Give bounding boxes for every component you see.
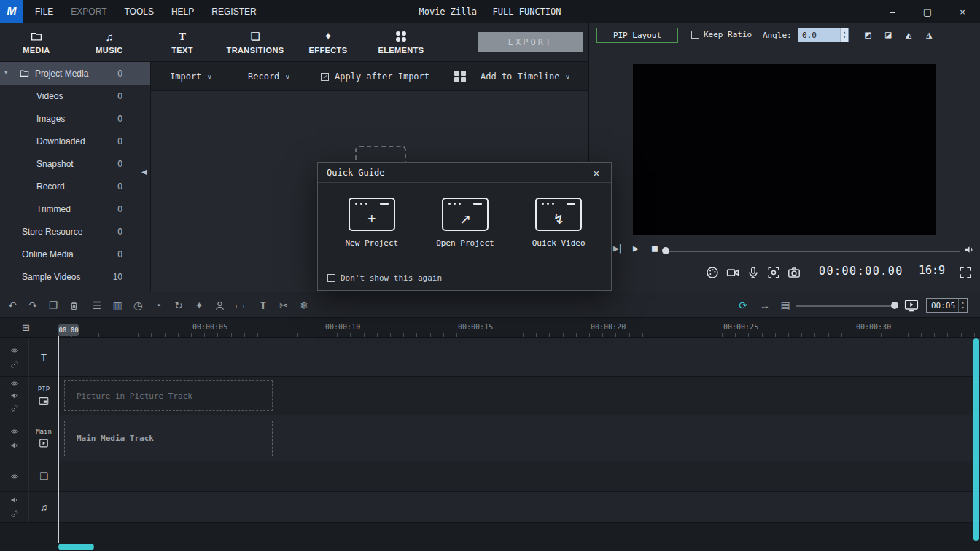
focus-frame-icon[interactable] bbox=[767, 266, 780, 279]
add-text-button[interactable]: T bbox=[257, 299, 270, 312]
track-pip: PIP Picture in Picture Track bbox=[0, 377, 980, 415]
seek-slider-handle[interactable] bbox=[662, 247, 669, 254]
playhead-time-badge[interactable]: 00:00 bbox=[58, 324, 79, 336]
angle-spinner[interactable]: ▴ ▾ bbox=[840, 28, 848, 42]
eye-icon[interactable] bbox=[10, 346, 19, 355]
seek-slider[interactable] bbox=[665, 251, 960, 252]
link-icon[interactable] bbox=[10, 509, 19, 518]
track-text-lane[interactable] bbox=[58, 338, 980, 376]
copy-button[interactable]: ❐ bbox=[47, 299, 60, 312]
flip-diagonal-right-icon[interactable]: ◪ bbox=[885, 28, 891, 40]
open-project-button[interactable]: ↗ Open Project bbox=[436, 198, 494, 248]
sidebar-item-record[interactable]: Record 0 bbox=[0, 175, 150, 198]
sidebar-item-online-media[interactable]: Online Media 0 bbox=[0, 243, 150, 265]
pip-layout-button[interactable]: PIP Layout bbox=[596, 28, 678, 43]
duration-button[interactable]: ◷ bbox=[131, 299, 144, 312]
undo-button[interactable]: ↶ bbox=[6, 299, 19, 312]
track-main-lane[interactable]: Main Media Track bbox=[58, 415, 980, 461]
zoom-slider[interactable] bbox=[796, 305, 897, 307]
track-audio-lane[interactable] bbox=[58, 492, 980, 522]
quick-video-button[interactable]: ↯ Quick Video bbox=[532, 198, 586, 248]
menu-export[interactable]: EXPORT bbox=[71, 7, 106, 17]
freeze-frame-button[interactable]: ❄ bbox=[298, 299, 311, 312]
dialog-close-icon[interactable]: × bbox=[589, 165, 604, 180]
minimize-button[interactable]: – bbox=[875, 0, 910, 23]
stop-button[interactable]: ■ bbox=[652, 243, 658, 254]
tab-transitions[interactable]: ❏ TRANSITIONS bbox=[219, 23, 292, 61]
sidebar-item-images[interactable]: Images 0 bbox=[0, 107, 150, 130]
effects-button[interactable]: ✦ bbox=[192, 299, 206, 312]
fullscreen-icon[interactable] bbox=[959, 266, 972, 279]
delete-button[interactable] bbox=[67, 299, 80, 312]
close-button[interactable]: × bbox=[945, 0, 980, 23]
sync-button[interactable]: ⟳ bbox=[736, 299, 750, 312]
sidebar-item-project-media[interactable]: ▾ Project Media 0 bbox=[0, 62, 150, 85]
keep-ratio-checkbox[interactable]: Keep Ratio bbox=[691, 30, 752, 39]
volume-icon[interactable] bbox=[964, 244, 975, 255]
speed-button[interactable]: ◔ bbox=[152, 299, 165, 312]
track-overlay-lane[interactable] bbox=[58, 461, 980, 491]
menu-file[interactable]: FILE bbox=[35, 7, 53, 17]
apply-after-import-checkbox[interactable]: ✓ Apply after Import bbox=[321, 62, 429, 91]
link-icon[interactable] bbox=[10, 360, 19, 369]
tab-media[interactable]: MEDIA bbox=[0, 23, 73, 61]
mute-icon[interactable] bbox=[10, 441, 19, 450]
dont-show-again-checkbox[interactable]: Don't show this again bbox=[327, 273, 442, 283]
record-button[interactable]: Record ∨ bbox=[248, 62, 289, 91]
sidebar-item-snapshot[interactable]: Snapshot 0 bbox=[0, 152, 150, 175]
tab-text[interactable]: T TEXT bbox=[146, 23, 219, 61]
track-pip-lane[interactable]: Picture in Picture Track bbox=[58, 377, 980, 415]
duration-spin-buttons[interactable]: ▴ ▾ bbox=[958, 299, 967, 312]
playhead-line[interactable] bbox=[58, 336, 59, 543]
redo-button[interactable]: ↷ bbox=[26, 299, 39, 312]
timeline-ruler[interactable]: 00:00:05 00:00:10 00:00:15 00:00:20 00:0… bbox=[58, 318, 980, 338]
tab-elements[interactable]: ELEMENTS bbox=[365, 23, 438, 61]
sidebar-item-store-resource[interactable]: Store Resource 0 bbox=[0, 220, 150, 243]
split-clip-button[interactable]: ✂ bbox=[277, 299, 290, 312]
color-palette-icon[interactable] bbox=[706, 266, 719, 279]
sidebar-item-sample-videos[interactable]: Sample Videos 10 bbox=[0, 265, 150, 288]
eye-icon[interactable] bbox=[10, 379, 19, 388]
grid-view-button[interactable] bbox=[454, 62, 466, 91]
mute-icon[interactable] bbox=[10, 391, 19, 400]
sidebar-item-videos[interactable]: Videos 0 bbox=[0, 85, 150, 107]
rotate-button[interactable]: ↻ bbox=[172, 299, 185, 312]
microphone-icon[interactable] bbox=[747, 266, 760, 279]
add-to-timeline-button[interactable]: Add to Timeline ∨ bbox=[481, 62, 569, 91]
frame-step-button[interactable]: ▶| bbox=[613, 243, 622, 254]
sidebar-item-downloaded[interactable]: Downloaded 0 bbox=[0, 130, 150, 152]
menu-register[interactable]: REGISTER bbox=[211, 7, 256, 17]
split-view-button[interactable]: ▥ bbox=[111, 299, 124, 312]
track-grid-icon[interactable]: ⊞ bbox=[22, 322, 30, 333]
export-button[interactable]: EXPORT bbox=[478, 32, 583, 52]
zoom-slider-handle[interactable] bbox=[891, 302, 898, 309]
eye-icon[interactable] bbox=[10, 472, 19, 481]
preview-render-button[interactable] bbox=[904, 298, 919, 313]
menu-tools[interactable]: TOOLS bbox=[124, 7, 153, 17]
fit-timeline-button[interactable]: ↔ bbox=[758, 299, 771, 312]
horizontal-scrollbar[interactable] bbox=[58, 544, 94, 550]
voiceover-button[interactable] bbox=[213, 299, 226, 312]
manage-tracks-button[interactable]: ☰ bbox=[90, 299, 104, 312]
link-icon[interactable] bbox=[10, 404, 19, 413]
maximize-button[interactable]: ▢ bbox=[910, 0, 945, 23]
angle-input[interactable]: 0.0 ▴ ▾ bbox=[798, 28, 849, 42]
crop-button[interactable]: ▭ bbox=[233, 299, 246, 312]
sidebar-item-trimmed[interactable]: Trimmed 0 bbox=[0, 198, 150, 220]
tab-music[interactable]: ♫ MUSIC bbox=[73, 23, 146, 61]
duration-spinner[interactable]: 00:05 ▴ ▾ bbox=[926, 298, 968, 313]
tab-effects[interactable]: ✦ EFFECTS bbox=[292, 23, 365, 61]
menu-help[interactable]: HELP bbox=[171, 7, 194, 17]
video-camera-icon[interactable] bbox=[726, 266, 739, 279]
mute-icon[interactable] bbox=[10, 496, 19, 504]
import-button[interactable]: Import ∨ bbox=[170, 62, 211, 91]
new-project-button[interactable]: + New Project bbox=[345, 198, 398, 248]
vertical-scrollbar[interactable] bbox=[973, 338, 979, 541]
play-button[interactable]: ▶ bbox=[633, 243, 639, 254]
flip-horizontal-icon[interactable]: ◭ bbox=[906, 28, 911, 40]
snapshot-camera-icon[interactable] bbox=[788, 266, 801, 279]
eye-icon[interactable] bbox=[10, 427, 19, 436]
collapse-sidebar-icon[interactable]: ◀ bbox=[141, 168, 147, 176]
flip-diagonal-left-icon[interactable]: ◩ bbox=[865, 28, 871, 40]
flip-vertical-icon[interactable]: ◮ bbox=[926, 28, 932, 40]
